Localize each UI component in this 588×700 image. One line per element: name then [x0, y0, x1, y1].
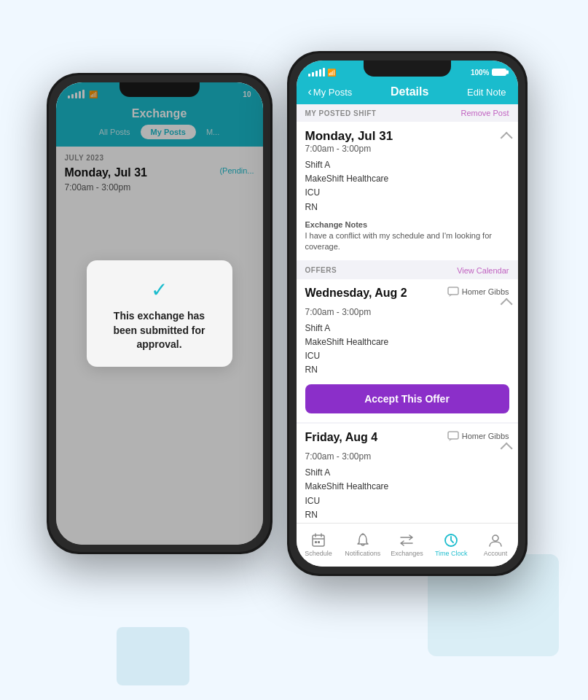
offer-2-right: Homer Gibbs	[447, 431, 509, 451]
nav-exchanges[interactable]: Exchanges	[388, 532, 425, 557]
dialog-check-icon: ✓	[101, 278, 218, 302]
nav-notifications-label: Notifications	[345, 550, 380, 557]
dialog-text: This exchange has been submitted for app…	[101, 309, 218, 352]
nav-back-label: My Posts	[313, 87, 352, 98]
offer-1-chat-icon[interactable]	[447, 287, 459, 297]
schedule-icon	[310, 532, 326, 548]
nav-exchanges-label: Exchanges	[391, 550, 423, 557]
exchange-notes-text: I have a conflict with my schedule and I…	[305, 230, 509, 253]
exchange-notes-label: Exchange Notes	[305, 220, 509, 229]
offers-label: OFFERS	[305, 266, 337, 274]
offer-card-1: Wednesday, Aug 2	[297, 279, 518, 423]
front-signal-icon	[308, 68, 325, 77]
accept-offer-1-button[interactable]: Accept This Offer	[305, 384, 509, 413]
front-battery-icon	[492, 69, 506, 76]
posted-shift-label: MY POSTED SHIFT	[305, 109, 377, 117]
svg-rect-9	[318, 541, 320, 543]
nav-time-clock-label: Time Clock	[435, 550, 468, 557]
offer-1-detail: Shift A MakeShift Healthcare ICU RN	[305, 322, 509, 378]
remove-post-button[interactable]: Remove Post	[460, 109, 509, 117]
view-calendar-button[interactable]: View Calendar	[457, 266, 509, 275]
offer-2-chat-icon[interactable]	[447, 431, 459, 441]
nav-edit-note[interactable]: Edit Note	[467, 87, 506, 98]
posted-shift-card: Monday, Jul 31 7:00am - 3:00pm Shift A M…	[297, 122, 518, 260]
offer-card-2: Friday, Aug 4	[297, 424, 518, 523]
svg-rect-2	[448, 432, 458, 439]
posted-shift-chevron[interactable]	[500, 132, 512, 144]
front-scroll-area[interactable]: MY POSTED SHIFT Remove Post Monday, Jul …	[297, 104, 518, 523]
phone-front: 📶 9:41 AM 100% ‹ My Posts Details Edi	[287, 51, 528, 576]
notifications-icon	[355, 532, 371, 548]
nav-account-label: Account	[484, 550, 508, 557]
svg-rect-8	[315, 541, 317, 543]
dialog-overlay: ✓ This exchange has been submitted for a…	[56, 82, 263, 545]
nav-account[interactable]: Account	[477, 532, 514, 557]
phone-back: 📶 9:41 AM 10 Exchange All Posts My Posts…	[47, 73, 273, 554]
nav-back-button[interactable]: ‹ My Posts	[308, 86, 353, 98]
front-phone-screen: 📶 9:41 AM 100% ‹ My Posts Details Edi	[297, 61, 518, 567]
svg-point-10	[362, 534, 364, 535]
exchanges-icon	[399, 532, 415, 548]
phones-container: 📶 9:41 AM 10 Exchange All Posts My Posts…	[32, 29, 557, 671]
nav-title: Details	[391, 85, 428, 98]
offer-2-user: Homer Gibbs	[447, 431, 509, 441]
posted-shift-header: MY POSTED SHIFT Remove Post	[297, 104, 518, 122]
account-icon	[487, 532, 503, 548]
svg-rect-4	[313, 535, 324, 546]
front-notch	[364, 61, 451, 77]
offer-1-time: 7:00am - 3:00pm	[305, 307, 509, 317]
nav-schedule-label: Schedule	[305, 550, 332, 557]
time-clock-icon	[443, 532, 459, 548]
offer-1-user: Homer Gibbs	[447, 287, 509, 297]
svg-rect-0	[448, 287, 458, 295]
offer-1-date: Wednesday, Aug 2	[305, 287, 407, 300]
posted-shift-detail: Shift A MakeShift Healthcare ICU RN	[305, 158, 509, 214]
nav-notifications[interactable]: Notifications	[345, 532, 381, 557]
offer-2-date: Friday, Aug 4	[305, 431, 378, 444]
front-battery-pct: 100%	[471, 69, 490, 77]
front-nav-bar: ‹ My Posts Details Edit Note	[297, 81, 518, 104]
dialog-box: ✓ This exchange has been submitted for a…	[87, 260, 232, 367]
offer-1-right: Homer Gibbs	[447, 287, 509, 307]
nav-schedule[interactable]: Schedule	[300, 532, 337, 557]
offers-header: OFFERS View Calendar	[297, 262, 518, 279]
svg-point-12	[493, 535, 498, 541]
posted-shift-time: 7:00am - 3:00pm	[305, 144, 509, 154]
nav-time-clock[interactable]: Time Clock	[433, 532, 469, 557]
bottom-nav: Schedule Notifications	[297, 523, 518, 567]
posted-shift-date: Monday, Jul 31	[305, 129, 509, 144]
offer-1-header: Wednesday, Aug 2	[305, 287, 509, 307]
offer-2-detail: Shift A MakeShift Healthcare ICU RN	[305, 466, 509, 522]
back-phone-screen: 📶 9:41 AM 10 Exchange All Posts My Posts…	[56, 82, 263, 545]
offer-2-time: 7:00am - 3:00pm	[305, 451, 509, 462]
offer-2-header: Friday, Aug 4	[305, 431, 509, 451]
front-wifi-icon: 📶	[327, 69, 336, 77]
